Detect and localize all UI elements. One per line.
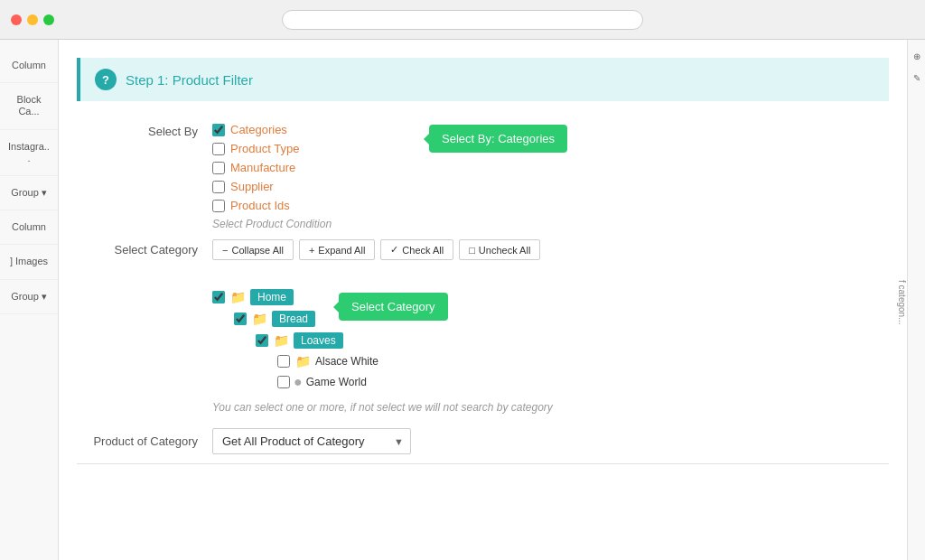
sidebar-item-images[interactable]: ] Images: [0, 245, 58, 279]
checkbox-supplier-label[interactable]: Supplier: [230, 180, 274, 193]
sidebar-item-column1[interactable]: Column: [0, 49, 58, 83]
checkbox-manufacture[interactable]: [212, 162, 225, 174]
step-icon: ?: [95, 69, 117, 90]
step-title: Step 1: Product Filter: [126, 72, 253, 88]
minimize-button[interactable]: [27, 14, 38, 25]
folder-bread-icon: 📁: [250, 312, 268, 326]
expand-all-button[interactable]: + Expand All: [299, 239, 375, 260]
checkbox-bread[interactable]: [234, 313, 247, 325]
checkbox-supplier[interactable]: [212, 181, 225, 193]
pencil-icon[interactable]: ✎: [910, 70, 924, 85]
select-category-tooltip-text: Select Category: [351, 300, 435, 313]
checkbox-home[interactable]: [212, 291, 225, 303]
checkbox-manufacture-row: Manufacture: [212, 161, 889, 174]
uncheck-icon: □: [469, 245, 475, 256]
maximize-button[interactable]: [43, 14, 54, 25]
collapse-icon: −: [222, 245, 228, 256]
step-header: ? Step 1: Product Filter: [77, 58, 889, 101]
checkbox-productids-label[interactable]: Product Ids: [230, 199, 290, 212]
right-sidebar-label: f categon...: [897, 280, 907, 324]
main-layout: Column Block Ca... Instagra... Group ▾ C…: [0, 40, 925, 560]
tree-label-home[interactable]: Home: [250, 289, 294, 305]
category-hint-text: You can select one or more, if not selec…: [212, 401, 889, 414]
folder-home-icon: 📁: [229, 290, 247, 304]
check-icon: ✓: [390, 244, 398, 256]
select-by-tooltip: Select By: Categories: [429, 125, 567, 153]
uncheck-label: Uncheck All: [479, 245, 530, 256]
checkbox-categories[interactable]: [212, 124, 225, 136]
sidebar-item-group1[interactable]: Group ▾: [0, 176, 58, 210]
select-by-row: Select By Categories Product Type Manufa…: [77, 123, 889, 230]
product-of-category-select[interactable]: Get All Product of Category Get Direct P…: [212, 428, 411, 454]
product-condition-text: Select Product Condition: [212, 218, 889, 230]
collapse-all-button[interactable]: − Collapse All: [212, 239, 294, 260]
checkbox-gameworld[interactable]: [277, 376, 290, 388]
left-sidebar: Column Block Ca... Instagra... Group ▾ C…: [0, 40, 59, 560]
sidebar-item-column2[interactable]: Column: [0, 210, 58, 245]
close-button[interactable]: [11, 14, 22, 25]
tree-item-bread: 📁 Bread: [234, 311, 889, 327]
tree-item-gameworld: ● Game World: [277, 374, 889, 390]
select-category-tooltip: Select Category: [339, 293, 448, 321]
checkbox-loaves[interactable]: [256, 334, 268, 347]
category-tree: Select Category 📁 Home 📁 Bread 📁 Loave: [212, 289, 889, 390]
folder-alsace-icon: 📁: [294, 354, 312, 369]
select-by-label: Select By: [77, 123, 212, 138]
select-by-tooltip-text: Select By: Categories: [442, 132, 555, 145]
tree-item-alsace: 📁 Alsace White: [277, 354, 889, 369]
checkbox-productids-row: Product Ids: [212, 199, 889, 212]
tree-label-alsace[interactable]: Alsace White: [315, 355, 378, 368]
tree-label-gameworld[interactable]: Game World: [306, 376, 367, 388]
product-of-category-select-wrapper: Get All Product of Category Get Direct P…: [212, 428, 411, 454]
checkbox-manufacture-label[interactable]: Manufacture: [230, 161, 295, 174]
uncheck-all-button[interactable]: □ Uncheck All: [459, 239, 540, 260]
expand-label: Expand All: [318, 245, 365, 256]
checkbox-producttype[interactable]: [212, 143, 225, 155]
select-by-section: Select By Categories Product Type Manufa…: [77, 123, 889, 230]
sidebar-item-group2[interactable]: Group ▾: [0, 280, 58, 314]
step-icon-char: ?: [102, 73, 109, 87]
sidebar-item-instagram[interactable]: Instagra...: [0, 130, 58, 176]
sidebar-item-blockca[interactable]: Block Ca...: [0, 83, 58, 129]
check-label: Check All: [402, 245, 444, 256]
checkbox-producttype-label[interactable]: Product Type: [230, 142, 299, 155]
right-sidebar: ⊕ ✎ f categon...: [907, 40, 925, 560]
tree-item-loaves: 📁 Loaves: [256, 332, 889, 349]
dot-gameworld-icon: ●: [294, 374, 303, 390]
plus-circle-icon[interactable]: ⊕: [910, 49, 924, 63]
select-category-section: Select Category − Collapse All + Expand …: [77, 239, 889, 414]
product-of-category-label: Product of Category: [77, 434, 212, 448]
tree-item-home: 📁 Home: [212, 289, 889, 305]
checkbox-alsace[interactable]: [277, 355, 290, 368]
expand-icon: +: [309, 245, 314, 256]
content-area: ? Step 1: Product Filter Select By Categ…: [59, 40, 907, 560]
folder-loaves-icon: 📁: [272, 333, 290, 348]
product-of-category-row: Product of Category Get All Product of C…: [77, 428, 889, 454]
checkbox-categories-label[interactable]: Categories: [230, 123, 287, 136]
select-category-row: Select Category − Collapse All + Expand …: [77, 239, 889, 260]
tree-label-bread[interactable]: Bread: [272, 311, 315, 327]
check-all-button[interactable]: ✓ Check All: [380, 239, 453, 260]
bottom-divider: [77, 463, 889, 464]
select-category-label: Select Category: [77, 243, 212, 257]
category-buttons: − Collapse All + Expand All ✓ Check All …: [212, 239, 540, 260]
collapse-label: Collapse All: [231, 245, 283, 256]
checkbox-supplier-row: Supplier: [212, 180, 889, 193]
checkbox-productids[interactable]: [212, 200, 225, 212]
address-bar[interactable]: [282, 10, 643, 30]
traffic-lights: [11, 14, 54, 25]
window-chrome: [0, 0, 925, 40]
tree-label-loaves[interactable]: Loaves: [294, 332, 343, 349]
